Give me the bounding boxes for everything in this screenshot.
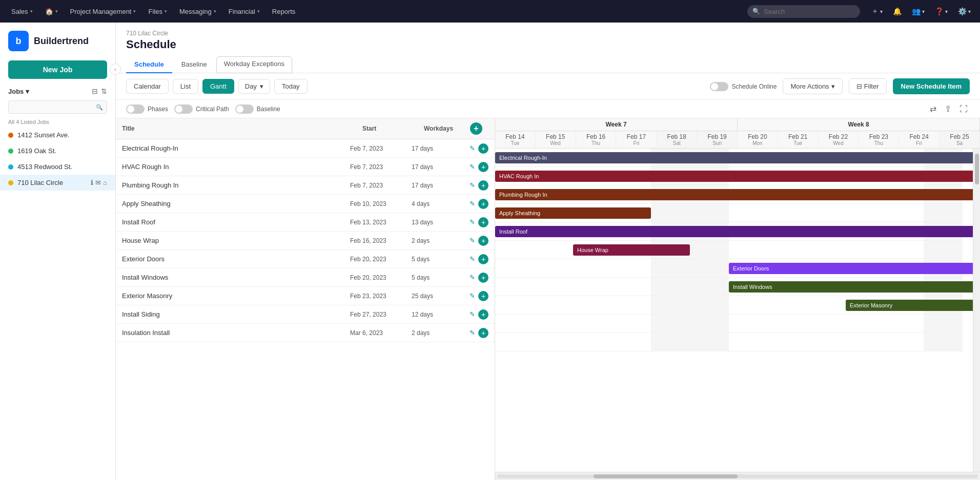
users-button[interactable]: 👥 ▾ xyxy=(909,5,928,17)
task-edit-icon[interactable]: ✎ xyxy=(469,144,475,152)
tab-workday-exceptions[interactable]: Workday Exceptions xyxy=(216,56,292,73)
nav-reports[interactable]: Reports xyxy=(267,5,301,18)
task-add-row-button[interactable]: + xyxy=(478,328,488,338)
baseline-toggle[interactable] xyxy=(235,105,254,114)
schedule-online-toggle[interactable] xyxy=(710,82,728,91)
add-task-header-button[interactable]: + xyxy=(470,122,482,135)
job-home-icon[interactable]: ⌂ xyxy=(103,179,107,186)
task-list-header: Title Start Workdays + xyxy=(116,118,495,139)
nav-financial[interactable]: Financial ▾ xyxy=(223,5,265,18)
job-info-icon[interactable]: ℹ xyxy=(91,179,93,186)
view-calendar-button[interactable]: Calendar xyxy=(126,79,169,94)
task-edit-icon[interactable]: ✎ xyxy=(469,292,475,300)
task-edit-icon[interactable]: ✎ xyxy=(469,163,475,171)
gantt-bar-apply-sheathing[interactable]: Apply Sheathing xyxy=(495,207,651,219)
today-button[interactable]: Today xyxy=(274,79,308,94)
phases-toggle[interactable] xyxy=(126,105,145,114)
notifications-button[interactable]: 🔔 xyxy=(890,5,905,17)
gantt-body[interactable]: Electrical Rough-InHVAC Rough InPlumbing… xyxy=(495,149,973,472)
gantt-settings-icon[interactable]: ⇄ xyxy=(928,103,938,115)
task-title: Plumbing Rough In xyxy=(122,181,350,189)
task-edit-icon[interactable]: ✎ xyxy=(469,274,475,281)
more-actions-button[interactable]: More Actions ▾ xyxy=(783,78,842,94)
settings-button[interactable]: ⚙️ ▾ xyxy=(955,5,974,17)
task-row: HVAC Rough In Feb 7, 2023 17 days ✎ + xyxy=(116,158,495,176)
jobs-icon-actions: ⊟ ⇅ xyxy=(92,87,107,95)
view-gantt-button[interactable]: Gantt xyxy=(202,79,234,94)
task-title: Install Roof xyxy=(122,218,350,226)
task-add-row-button[interactable]: + xyxy=(478,162,488,172)
nav-home[interactable]: 🏠 ▾ xyxy=(40,5,63,18)
task-row: Electrical Rough-In Feb 7, 2023 17 days … xyxy=(116,139,495,158)
gantt-bar-install-windows[interactable]: Install Windows xyxy=(729,281,973,293)
new-job-button[interactable]: New Job xyxy=(8,60,107,79)
job-item-1619[interactable]: 1619 Oak St. xyxy=(0,143,115,159)
nav-project-management[interactable]: Project Management ▾ xyxy=(65,5,141,18)
weekend-bg xyxy=(651,333,690,351)
filter-jobs-icon[interactable]: ⊟ xyxy=(92,87,98,95)
gantt-bar-row: Plumbing Rough In xyxy=(495,185,963,204)
view-list-button[interactable]: List xyxy=(173,79,198,94)
gantt-rows: Electrical Rough-InHVAC Rough InPlumbing… xyxy=(495,149,963,351)
critical-path-toggle[interactable] xyxy=(174,105,193,114)
task-edit-icon[interactable]: ✎ xyxy=(469,310,475,318)
job-item-4513[interactable]: 4513 Redwood St. xyxy=(0,159,115,175)
task-edit-icon[interactable]: ✎ xyxy=(469,237,475,244)
task-title: Install Siding xyxy=(122,310,350,318)
sort-jobs-icon[interactable]: ⇅ xyxy=(101,87,107,95)
gantt-week-8: Week 8 xyxy=(738,118,980,131)
sidebar-collapse-button[interactable]: ‹ xyxy=(110,64,121,75)
gantt-bar-row: Electrical Rough-In xyxy=(495,149,963,167)
gantt-day-Feb-19: Feb 19Sun xyxy=(697,131,738,148)
filter-button[interactable]: ⊟ Filter xyxy=(849,78,887,94)
gantt-bar-hvac-rough-in[interactable]: HVAC Rough In xyxy=(495,171,973,182)
task-edit-icon[interactable]: ✎ xyxy=(469,329,475,337)
task-actions: ✎ + xyxy=(458,143,488,154)
search-wrapper: 🔍 xyxy=(747,5,860,18)
nav-messaging[interactable]: Messaging ▾ xyxy=(174,5,221,18)
gantt-bar-exterior-doors[interactable]: Exterior Doors xyxy=(729,263,973,274)
jobs-label[interactable]: Jobs ▾ xyxy=(8,88,29,95)
job-item-1412[interactable]: 1412 Sunset Ave. xyxy=(0,127,115,143)
task-edit-icon[interactable]: ✎ xyxy=(469,181,475,189)
job-item-710[interactable]: 710 Lilac Circle ℹ ✉ ⌂ xyxy=(0,175,115,191)
task-edit-icon[interactable]: ✎ xyxy=(469,200,475,207)
task-add-row-button[interactable]: + xyxy=(478,309,488,320)
task-add-row-button[interactable]: + xyxy=(478,143,488,154)
search-input[interactable] xyxy=(747,5,860,18)
gantt-share-icon[interactable]: ⇪ xyxy=(943,103,953,115)
gantt-day-Feb-16: Feb 16Thu xyxy=(576,131,617,148)
gantt-bar-install-roof[interactable]: Install Roof xyxy=(495,226,973,237)
task-add-row-button[interactable]: + xyxy=(478,199,488,209)
job-name-1412: 1412 Sunset Ave. xyxy=(17,131,70,139)
gantt-weeks-row: Week 7 Week 8 xyxy=(495,118,980,131)
tab-baseline[interactable]: Baseline xyxy=(173,56,215,73)
task-add-row-button[interactable]: + xyxy=(478,180,488,191)
add-button[interactable]: ＋ ▾ xyxy=(868,5,886,18)
jobs-search-input[interactable] xyxy=(8,100,107,114)
tab-schedule[interactable]: Schedule xyxy=(126,56,172,73)
gantt-bar-plumbing-rough-in[interactable]: Plumbing Rough In xyxy=(495,189,973,200)
task-edit-icon[interactable]: ✎ xyxy=(469,218,475,226)
new-schedule-item-button[interactable]: New Schedule Item xyxy=(893,78,970,94)
task-add-row-button[interactable]: + xyxy=(478,291,488,301)
gantt-bar-house-wrap[interactable]: House Wrap xyxy=(573,244,690,256)
gantt-horizontal-scrollbar[interactable] xyxy=(495,472,980,480)
task-add-row-button[interactable]: + xyxy=(478,273,488,283)
gantt-vertical-scrollbar[interactable] xyxy=(973,149,980,472)
task-add-row-button[interactable]: + xyxy=(478,254,488,264)
gantt-bar-exterior-masonry[interactable]: Exterior Masonry xyxy=(846,300,973,311)
nav-sales[interactable]: Sales ▾ xyxy=(6,5,38,18)
gantt-bar-electrical-rough-in[interactable]: Electrical Rough-In xyxy=(495,152,973,163)
nav-files[interactable]: Files ▾ xyxy=(143,5,172,18)
task-actions: ✎ + xyxy=(458,254,488,264)
task-edit-icon[interactable]: ✎ xyxy=(469,255,475,263)
task-add-row-button[interactable]: + xyxy=(478,217,488,227)
help-button[interactable]: ❓ ▾ xyxy=(932,5,951,17)
gantt-fullscreen-icon[interactable]: ⛶ xyxy=(957,103,970,115)
weekend-bg xyxy=(690,241,729,259)
task-actions: ✎ + xyxy=(458,291,488,301)
job-email-icon[interactable]: ✉ xyxy=(95,179,101,186)
day-select[interactable]: Day ▾ xyxy=(238,79,270,94)
task-add-row-button[interactable]: + xyxy=(478,236,488,246)
